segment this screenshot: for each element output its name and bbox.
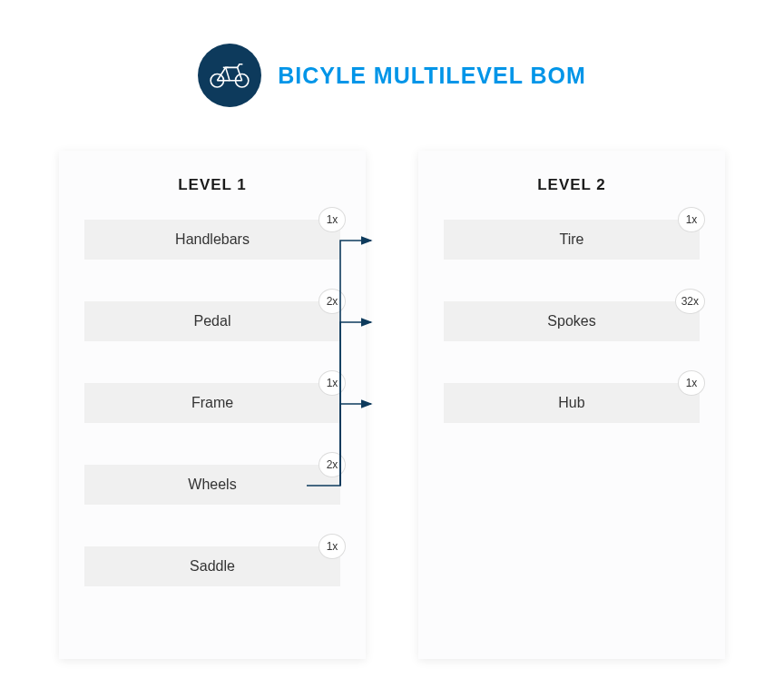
bicycle-icon (209, 61, 250, 90)
bom-item: 32x Spokes (444, 301, 700, 341)
item-label: Hub (444, 383, 700, 423)
diagram-title: BICYLE MULTILEVEL BOM (278, 63, 586, 89)
bom-item: 1x Hub (444, 383, 700, 423)
columns-container: LEVEL 1 1x Handlebars 2x Pedal 1x Frame … (0, 151, 784, 659)
quantity-badge: 1x (318, 370, 346, 396)
bicycle-icon-circle (198, 44, 261, 107)
level2-column: LEVEL 2 1x Tire 32x Spokes 1x Hub (418, 151, 725, 659)
bom-item: 1x Handlebars (84, 220, 340, 260)
bom-item: 2x Wheels (84, 465, 340, 505)
item-label: Spokes (444, 301, 700, 341)
level1-title: LEVEL 1 (84, 176, 340, 194)
bom-item: 1x Saddle (84, 546, 340, 586)
item-label: Pedal (84, 301, 340, 341)
item-label: Saddle (84, 546, 340, 586)
level2-title: LEVEL 2 (444, 176, 700, 194)
quantity-badge: 2x (318, 452, 346, 477)
quantity-badge: 32x (675, 289, 705, 314)
quantity-badge: 1x (318, 207, 346, 232)
bom-item: 1x Frame (84, 383, 340, 423)
quantity-badge: 2x (318, 289, 346, 314)
quantity-badge: 1x (678, 207, 705, 232)
bom-item: 2x Pedal (84, 301, 340, 341)
bom-item: 1x Tire (444, 220, 700, 260)
diagram-header: BICYLE MULTILEVEL BOM (0, 0, 784, 107)
item-label: Wheels (84, 465, 340, 505)
item-label: Tire (444, 220, 700, 260)
quantity-badge: 1x (678, 370, 705, 396)
quantity-badge: 1x (318, 534, 346, 559)
item-label: Handlebars (84, 220, 340, 260)
item-label: Frame (84, 383, 340, 423)
level1-column: LEVEL 1 1x Handlebars 2x Pedal 1x Frame … (59, 151, 366, 659)
